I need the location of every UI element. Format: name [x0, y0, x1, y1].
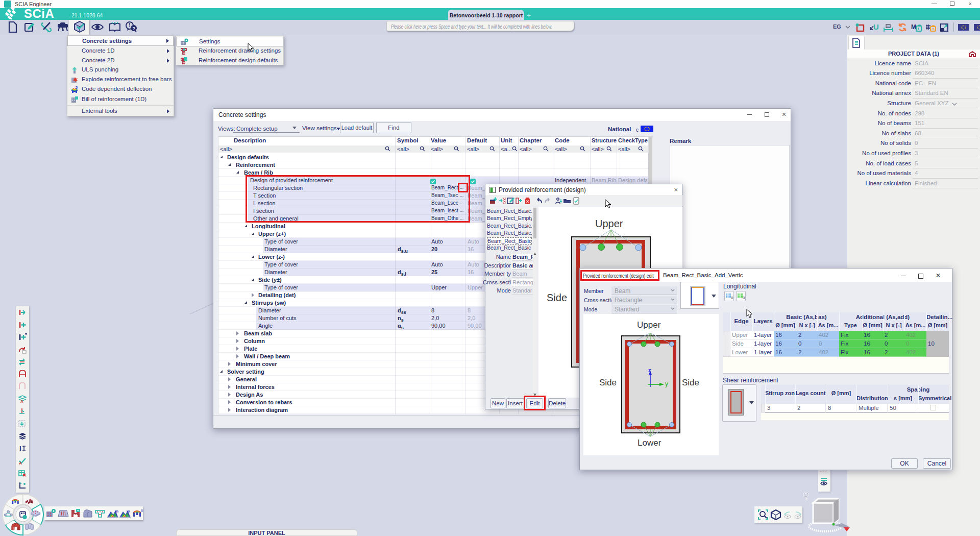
svg-text:5: 5: [76, 86, 78, 89]
svg-text:z: z: [648, 368, 651, 373]
svg-text:δ: δ: [141, 508, 143, 513]
svg-text:U: U: [873, 23, 879, 31]
svg-text:?: ?: [133, 26, 136, 31]
svg-text:w: w: [126, 509, 130, 514]
svg-text:A: A: [19, 461, 22, 465]
svg-text:!: !: [129, 22, 130, 28]
svg-text:m: m: [887, 25, 890, 28]
svg-text:0: 0: [743, 296, 745, 300]
svg-text:m: m: [115, 509, 118, 514]
svg-text:A: A: [20, 399, 23, 403]
svg-text:I: I: [19, 445, 21, 452]
svg-text:0: 0: [731, 296, 733, 300]
svg-text:M: M: [74, 513, 77, 518]
svg-text:M: M: [911, 23, 916, 31]
